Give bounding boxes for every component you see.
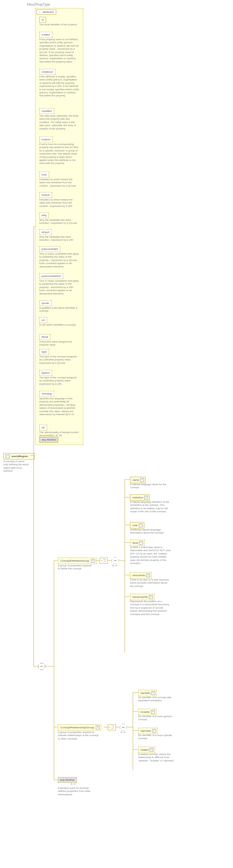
child-name: name+ [130, 477, 146, 483]
any-other-element-block: any ##other [58, 777, 77, 783]
expand-icon[interactable]: + [151, 691, 155, 695]
attr-how: how [39, 172, 49, 178]
attr-desc: The type of the concept assigned as cont… [39, 376, 79, 385]
child-narrower: narrower+ [138, 728, 158, 734]
child-desc: A link to an item or a web resource whic… [130, 578, 171, 588]
attr-desc: A qualified code which identifies a conc… [39, 306, 79, 313]
attributes-header-label: attributes [43, 10, 54, 14]
child-desc: Represents the position of a concept in … [130, 600, 171, 616]
attr-desc: If set to true the corresponding propert… [39, 143, 79, 165]
attr-modified: modified [39, 108, 54, 114]
child-broader: broader+ [138, 709, 156, 715]
expand-icon[interactable]: + [146, 573, 150, 577]
attr-desc: If the attribute is empty, specifies whi… [39, 75, 79, 97]
expand-icon[interactable]: + [91, 559, 95, 563]
root-desc: A concept or name only defining the worl… [3, 460, 30, 473]
child-related: related+ [138, 747, 155, 753]
child-desc: A related concept, where the relationshi… [138, 753, 175, 762]
child-desc: An identifier of a concept with equivale… [138, 696, 175, 702]
any-other-desc: Extension point for provider-defined pro… [58, 787, 95, 796]
attr-desc: Indicates by which means the value was e… [39, 198, 79, 208]
attr-desc: One or many constraints that apply to pu… [39, 279, 79, 295]
attr-creatoruri: creatoruri [39, 69, 56, 75]
attr-desc: Specifies the language of this property … [39, 397, 79, 416]
child-desc: A natural language name for the concept. [130, 483, 171, 489]
root-worldregion: − worldRegion [3, 453, 35, 460]
attr-desc: Why the metadata has been included - exp… [39, 235, 79, 242]
child-facet: facet+ [130, 540, 145, 546]
root-label: worldRegion [12, 455, 28, 458]
group-desc: A group of properties required to indica… [58, 731, 101, 740]
child-desc: A natural language definition of the sem… [130, 500, 171, 513]
expand-icon[interactable]: + [150, 748, 153, 752]
attr-id: id [39, 17, 46, 23]
sequence-compositor: ••• [112, 557, 119, 564]
attr-uri: uri [39, 317, 47, 323]
attr-desc: If the property value is not defined, sp… [39, 38, 79, 63]
attr-desc: The directionality of textual content (e… [39, 431, 79, 437]
attr-desc: One or many constraints that apply to pu… [39, 252, 79, 268]
expand-icon[interactable]: + [140, 478, 144, 482]
child-desc: In NAR 1.8 and later, facet is deprecate… [130, 546, 171, 565]
child-desc: Additional natural language information … [130, 528, 171, 535]
expand-icon[interactable]: + [144, 496, 148, 499]
expand-icon[interactable]: + [152, 729, 156, 733]
attr-literal: literal [39, 334, 50, 340]
child-desc: An identifier of a more specific concept… [138, 734, 175, 740]
attr-desc: The type of the concept assigned as cont… [39, 355, 79, 365]
group-desc: A group of properties required to define… [58, 564, 93, 570]
child-desc: An identifier of a more generic concept. [138, 715, 175, 721]
group-label: ConceptDefinitionGroup [60, 559, 89, 562]
attr-qcode: qcode [39, 300, 51, 306]
attr-desc: A free-text value assigned as property v… [39, 340, 79, 347]
group-label: ConceptRelationshipsGroup [60, 726, 94, 729]
connector-switch [108, 724, 116, 730]
attr-type: type [39, 349, 49, 355]
attr-custom: custom [39, 137, 53, 142]
attr-pubconstraint: pubconstraint [39, 246, 60, 252]
child-note: note+ [130, 522, 144, 529]
connector-switch [100, 558, 108, 564]
attr-desc: The local identifier of the property. [39, 23, 79, 26]
any-other-attr-block: any ##other [39, 437, 58, 443]
attr-desc: The date (and, optionally, the time) whe… [39, 114, 79, 130]
attr-why: why [39, 212, 49, 218]
group-conceptdefinition: ConceptDefinitionGroup + [58, 558, 97, 564]
attr-xml-lang: xml:lang [39, 391, 54, 397]
child-remoteInfo: remoteInfo+ [130, 572, 152, 579]
sequence-compositor: ••• [120, 724, 127, 731]
child-hierarchyInfo: hierarchyInfo+ [130, 594, 154, 600]
collapse-icon[interactable]: − [6, 454, 9, 458]
attr-dir: dir [39, 425, 47, 430]
group-conceptrelationships: ConceptRelationshipsGroup + [58, 724, 101, 731]
expand-icon[interactable]: + [139, 541, 143, 545]
child-definition: definition+ [130, 494, 150, 501]
attr-typeuri: typeuri [39, 370, 52, 376]
attributes-header-box: − attributes [37, 9, 56, 15]
attr-whyuri: whyuri [39, 229, 52, 235]
attr-desc: Why the metadata has been included - exp… [39, 218, 79, 225]
expand-icon[interactable]: + [149, 595, 153, 599]
attr-desc: A URI which identifies a concept. [39, 323, 79, 326]
cardinality: 0..∞ [68, 782, 78, 786]
cardinality: 0..∞ [120, 731, 126, 734]
attr-pubconstrainturi: pubconstrainturi [39, 273, 63, 279]
collapse-icon[interactable]: − [39, 10, 41, 14]
child-sameAs: sameAs+ [138, 690, 157, 696]
cardinality: 0..∞ [112, 564, 118, 567]
expand-icon[interactable]: + [139, 523, 143, 527]
expand-icon[interactable]: + [151, 710, 155, 714]
attr-creator: creator [39, 32, 52, 38]
page-title: Flex1PropType [27, 3, 50, 6]
attr-desc: Indicates by which means the value was e… [39, 178, 79, 187]
expand-icon[interactable]: + [96, 726, 100, 729]
sequence-compositor: ••• [38, 663, 45, 670]
attr-howuri: howuri [39, 192, 52, 198]
